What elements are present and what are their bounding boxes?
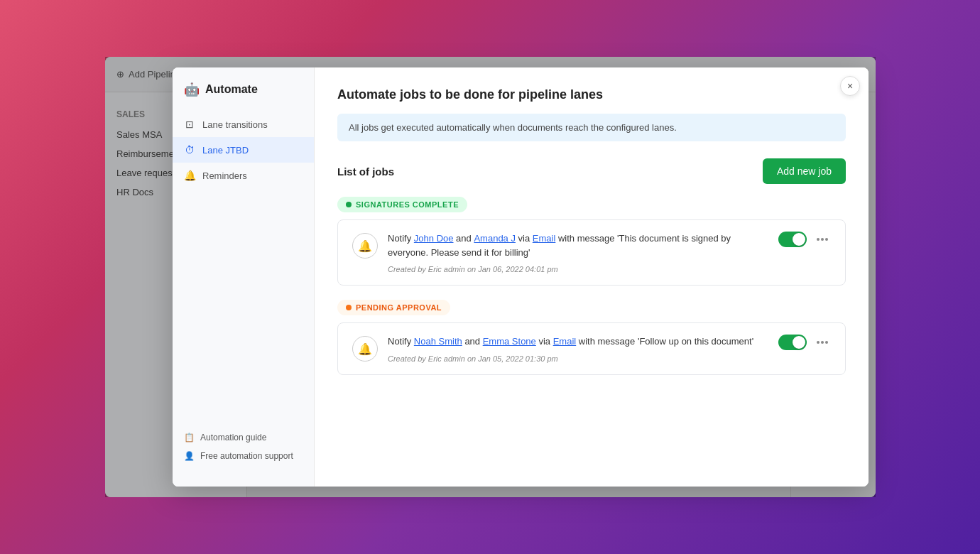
channel-link-1[interactable]: Email xyxy=(533,233,556,244)
modal-sidebar: 🤖 Automate ⊡ Lane transitions ⏱ Lane JTB… xyxy=(173,67,315,487)
free-support-link[interactable]: 👤 Free automation support xyxy=(184,451,303,461)
toggle-1[interactable] xyxy=(778,232,807,247)
nav-reminders[interactable]: 🔔 Reminders xyxy=(173,163,314,188)
more-options-1[interactable] xyxy=(814,235,831,244)
bell-nav-icon: 🔔 xyxy=(184,170,195,181)
lane-dot-green xyxy=(346,202,352,207)
job-card-content: 🔔 Notify John Doe and Amanda J via Email… xyxy=(352,232,831,273)
add-new-job-button[interactable]: Add new job xyxy=(763,158,846,184)
more-dot xyxy=(817,341,820,344)
modal-main-title: Automate jobs to be done for pipeline la… xyxy=(337,87,846,102)
nav-lane-transitions[interactable]: ⊡ Lane transitions xyxy=(173,112,314,137)
lane-badge-pending: PENDING APPROVAL xyxy=(337,300,450,315)
bell-icon-2: 🔔 xyxy=(358,342,372,356)
job-card-pending-1: 🔔 Notify Noah Smith and Emma Stone via E… xyxy=(337,322,846,375)
more-dot xyxy=(825,341,828,344)
bell-icon-wrap-2: 🔔 xyxy=(352,336,378,362)
list-header: List of jobs Add new job xyxy=(337,158,846,184)
job-actions-1 xyxy=(778,232,831,247)
job-created-2: Created by Eric admin on Jan 05, 2022 01… xyxy=(388,354,768,363)
lane-badge-signatures: SIGNATURES COMPLETE xyxy=(337,197,467,212)
guide-icon: 📋 xyxy=(184,433,195,442)
info-banner: All jobs get executed automatically when… xyxy=(337,114,846,141)
support-icon: 👤 xyxy=(184,451,195,461)
job-description: Notify John Doe and Amanda J via Email w… xyxy=(388,232,768,273)
nav-lane-jtbd[interactable]: ⏱ Lane JTBD xyxy=(173,137,314,163)
automation-guide-link[interactable]: 📋 Automation guide xyxy=(184,433,303,442)
modal-sidebar-footer: 📋 Automation guide 👤 Free automation sup… xyxy=(173,421,314,472)
more-dot xyxy=(825,238,828,241)
more-dot xyxy=(817,238,820,241)
more-options-2[interactable] xyxy=(814,338,831,347)
transitions-icon: ⊡ xyxy=(184,119,195,130)
modal-main-content: Automate jobs to be done for pipeline la… xyxy=(315,67,869,487)
more-dot xyxy=(821,238,824,241)
job-actions-2 xyxy=(778,335,831,350)
list-of-jobs-title: List of jobs xyxy=(337,165,394,178)
bell-icon: 🔔 xyxy=(358,239,372,253)
job-text-1: Notify John Doe and Amanda J via Email w… xyxy=(388,232,768,259)
lane-dot-orange xyxy=(346,305,352,310)
job-created-1: Created by Eric admin on Jan 06, 2022 04… xyxy=(388,265,768,273)
job-card-content-2: 🔔 Notify Noah Smith and Emma Stone via E… xyxy=(352,335,831,363)
person2-link-1[interactable]: Amanda J xyxy=(474,233,516,244)
bell-icon-wrap: 🔔 xyxy=(352,233,378,259)
modal-close-button[interactable]: × xyxy=(840,76,860,96)
automate-icon: 🤖 xyxy=(184,82,200,97)
modal-sidebar-title: 🤖 Automate xyxy=(173,82,314,112)
person1-link-1[interactable]: John Doe xyxy=(414,233,454,244)
job-description-2: Notify Noah Smith and Emma Stone via Ema… xyxy=(388,335,768,363)
job-card-signatures-1: 🔔 Notify John Doe and Amanda J via Email… xyxy=(337,219,846,286)
more-dot xyxy=(821,341,824,344)
job-section-signatures: SIGNATURES COMPLETE 🔔 Notify John Doe an… xyxy=(337,197,846,286)
job-text-2: Notify Noah Smith and Emma Stone via Ema… xyxy=(388,335,768,349)
toggle-2[interactable] xyxy=(778,335,807,350)
channel-link-2[interactable]: Email xyxy=(553,336,577,347)
person1-link-2[interactable]: Noah Smith xyxy=(414,336,462,347)
modal-overlay: × 🤖 Automate ⊡ Lane transitions ⏱ Lane J… xyxy=(105,57,876,497)
person2-link-2[interactable]: Emma Stone xyxy=(483,336,536,347)
jtbd-icon: ⏱ xyxy=(184,144,195,156)
automate-modal: × 🤖 Automate ⊡ Lane transitions ⏱ Lane J… xyxy=(173,67,869,487)
job-section-pending: PENDING APPROVAL 🔔 Notify Noah Smith and… xyxy=(337,300,846,375)
